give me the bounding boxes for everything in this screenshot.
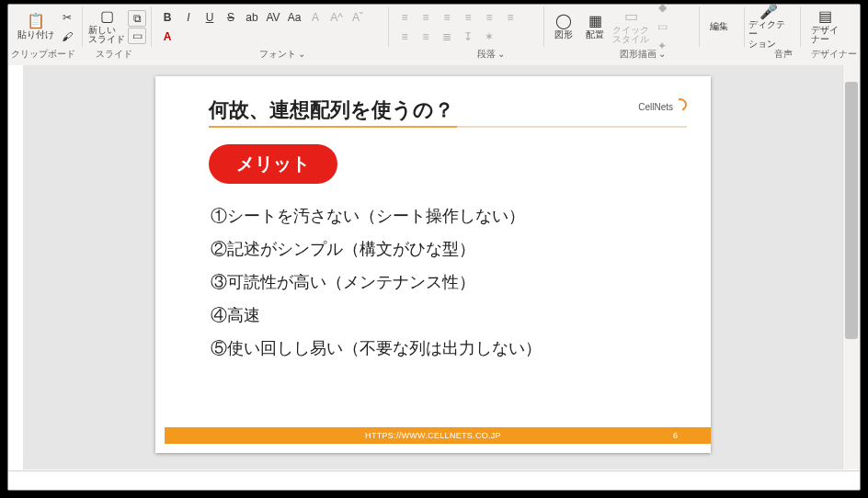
thumbnail-pane[interactable] (8, 65, 24, 470)
footer-url: HTTPS://WWW.CELLNETS.CO.JP (365, 431, 501, 440)
smartart-button[interactable]: ✶ (479, 28, 499, 46)
format-painter-button[interactable]: 🖌 (57, 28, 77, 46)
quickstyle-button[interactable]: ▭ クイック スタイル (611, 8, 651, 45)
group-voice: 🎤 ディクテー ション (745, 6, 801, 47)
ribbon-controls: 📋 貼り付け ✂ 🖌 ▢ 新しい スライド ⧉ ▭ (8, 5, 860, 47)
new-slide-button[interactable]: ▢ 新しい スライド (86, 8, 127, 45)
layout-button[interactable]: ⧉ (128, 10, 146, 27)
cut-button[interactable]: ✂ (57, 8, 77, 27)
font-buttons: B I U S ab AV Aa A A^ Aˇ A (155, 6, 384, 48)
slide-extra: ⧉ ▭ (127, 9, 147, 45)
shapes-button[interactable]: ◯ 図形 (548, 8, 579, 45)
quickstyle-icon: ▭ (624, 9, 638, 26)
shapes-icon: ◯ (555, 14, 572, 30)
arrange-label: 配置 (586, 30, 604, 40)
arrange-icon: ▦ (588, 14, 602, 30)
shapes-label: 図形 (554, 30, 573, 40)
indent-dec-button[interactable]: ≡ (437, 8, 457, 27)
dictation-button[interactable]: 🎤 ディクテー ション (748, 8, 789, 45)
slide[interactable]: 何故、連想配列を使うの？ CellNets メリット ①シートを汚さない（シート… (155, 76, 711, 453)
align-left-button[interactable]: ≡ (479, 8, 499, 27)
grow-font-button[interactable]: A^ (326, 8, 347, 27)
merit-item: ①シートを汚さない（シート操作しない） (211, 199, 674, 232)
new-slide-icon: ▢ (100, 9, 114, 26)
fontsize-button[interactable]: Aa (284, 8, 304, 27)
indent-inc-button[interactable]: ≡ (458, 8, 478, 27)
clear-format-button[interactable]: A (305, 8, 326, 27)
paragraph-buttons: ≡ ≡ ≡ ≡ ≡ ≡ ≡ ≡ ≣ ↧ ✶ (393, 6, 540, 48)
title-underline (209, 126, 687, 128)
workspace: 何故、連想配列を使うの？ CellNets メリット ①シートを汚さない（シート… (8, 65, 860, 470)
merit-item: ②記述がシンプル（構文がひな型） (211, 232, 674, 266)
numbering-button[interactable]: ≡ (416, 8, 436, 27)
editing-button[interactable]: 編集 (703, 8, 735, 45)
strike-button[interactable]: S (221, 8, 241, 27)
footer-page: 6 (673, 431, 678, 440)
align-right-button[interactable]: ≡ (394, 28, 415, 46)
underline-button[interactable]: U (200, 8, 220, 27)
clipboard-extra: ✂ 🖌 (56, 7, 78, 47)
bullets-button[interactable]: ≡ (394, 8, 415, 27)
merit-item: ③可読性が高い（メンテナンス性） (211, 266, 674, 299)
group-editing: 編集 (700, 6, 745, 47)
quickstyle-label: クイック スタイル (612, 26, 649, 45)
designer-icon: ▤ (818, 9, 832, 26)
reset-button[interactable]: ▭ (128, 28, 146, 44)
slide-title: 何故、連想配列を使うの？ (209, 96, 454, 124)
designer-button[interactable]: ▤ デザイ ナー (805, 8, 845, 45)
merit-badge: メリット (209, 144, 337, 184)
group-designer: ▤ デザイ ナー (801, 6, 856, 47)
editing-label: 編集 (710, 22, 728, 32)
arrange-button[interactable]: ▦ 配置 (579, 8, 611, 45)
paste-icon: 📋 (27, 14, 45, 30)
new-slide-label: 新しい スライド (88, 26, 125, 45)
mic-icon: 🎤 (760, 5, 778, 20)
paste-label: 貼り付け (17, 30, 54, 40)
scrollbar-thumb[interactable] (845, 82, 858, 339)
slide-canvas[interactable]: 何故、連想配列を使うの？ CellNets メリット ①シートを汚さない（シート… (24, 65, 842, 470)
logo: CellNets (638, 98, 687, 112)
bold-button[interactable]: B (157, 8, 177, 27)
kerning-button[interactable]: AV (263, 8, 283, 27)
designer-label: デザイ ナー (811, 26, 839, 45)
char-spacing-button[interactable]: ab (242, 8, 262, 27)
text-dir-button[interactable]: ↧ (458, 28, 478, 46)
columns-button[interactable]: ≣ (437, 28, 457, 46)
merit-item: ④高速 (211, 299, 674, 332)
merit-item: ⑤使い回しし易い（不要な列は出力しない） (211, 332, 674, 365)
group-slide: ▢ 新しい スライド ⧉ ▭ (83, 6, 152, 47)
vertical-scrollbar[interactable] (842, 65, 860, 470)
group-font: B I U S ab AV Aa A A^ Aˇ A (152, 6, 389, 47)
align-just-button[interactable]: ≡ (416, 28, 436, 46)
group-drawing: ◯ 図形 ▦ 配置 ▭ クイック スタイル ◆ ▭ ✦ (544, 6, 700, 47)
dictation-label: ディクテー ション (748, 20, 789, 50)
italic-button[interactable]: I (178, 8, 199, 27)
app-window: 📋 貼り付け ✂ 🖌 ▢ 新しい スライド ⧉ ▭ (7, 4, 861, 491)
group-clipboard: 📋 貼り付け ✂ 🖌 (12, 6, 83, 47)
font-color-button[interactable]: A (157, 28, 177, 46)
status-bar (8, 470, 860, 490)
slide-footer: HTTPS://WWW.CELLNETS.CO.JP 6 (155, 427, 711, 444)
paste-button[interactable]: 📋 貼り付け (16, 8, 56, 45)
merit-list: ①シートを汚さない（シート操作しない） ②記述がシンプル（構文がひな型） ③可読… (211, 199, 674, 365)
group-paragraph: ≡ ≡ ≡ ≡ ≡ ≡ ≡ ≡ ≣ ↧ ✶ (389, 6, 544, 47)
shape-fill-button[interactable]: ◆ (652, 4, 672, 17)
shape-outline-button[interactable]: ▭ (652, 17, 672, 36)
shrink-font-button[interactable]: Aˇ (348, 8, 368, 27)
align-center-button[interactable]: ≡ (500, 8, 520, 27)
